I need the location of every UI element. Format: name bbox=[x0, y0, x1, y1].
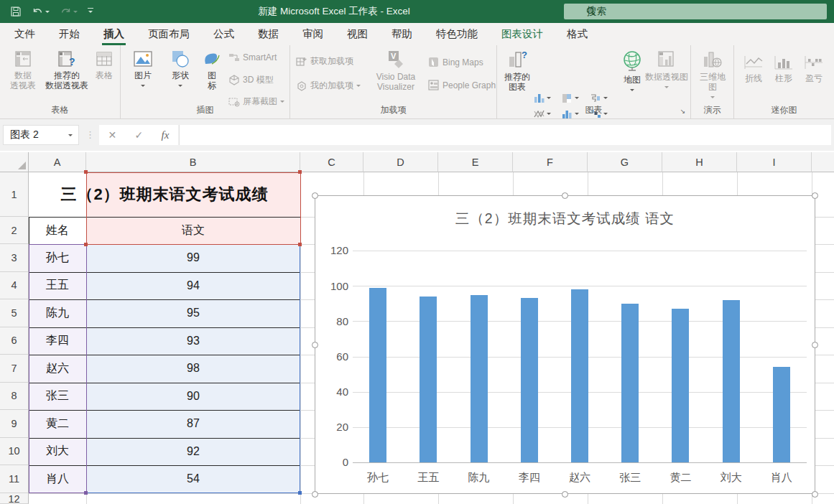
column-header[interactable]: A bbox=[29, 152, 86, 172]
row-header[interactable]: 1 bbox=[0, 172, 29, 217]
row-header[interactable]: 12 bbox=[0, 493, 29, 504]
insert-function-icon[interactable]: fx bbox=[162, 129, 170, 141]
cell-score[interactable]: 95 bbox=[86, 299, 300, 327]
funnel-chart-button[interactable] bbox=[590, 93, 618, 103]
maps-dropdown-icon[interactable] bbox=[630, 89, 634, 93]
undo-button[interactable] bbox=[32, 6, 50, 17]
cell-score[interactable]: 92 bbox=[86, 438, 300, 466]
row-header[interactable]: 4 bbox=[0, 272, 29, 300]
cell-score[interactable]: 98 bbox=[86, 355, 300, 383]
shapes-dropdown-icon[interactable] bbox=[178, 85, 182, 89]
categories-range-handle[interactable] bbox=[84, 491, 88, 495]
tab-special-features[interactable]: 特色功能 bbox=[427, 23, 486, 45]
column-header[interactable]: E bbox=[438, 152, 513, 172]
icons-button[interactable]: 图 标 bbox=[201, 50, 223, 90]
chart-resize-handle[interactable] bbox=[812, 491, 818, 498]
cell-score[interactable]: 90 bbox=[86, 383, 300, 411]
save-icon[interactable] bbox=[10, 6, 22, 17]
cell-score[interactable]: 93 bbox=[86, 327, 300, 355]
column-header[interactable]: F bbox=[513, 152, 588, 172]
tab-help[interactable]: 帮助 bbox=[383, 23, 421, 45]
chart-resize-handle[interactable] bbox=[312, 342, 318, 348]
chart-resize-handle[interactable] bbox=[312, 491, 318, 498]
chart-title[interactable]: 三（2）班期末语文考试成绩 语文 bbox=[315, 209, 815, 228]
cell-A2-name-header[interactable]: 姓名 bbox=[29, 217, 86, 244]
tab-chart-design[interactable]: 图表设计 bbox=[493, 23, 552, 45]
column-header[interactable]: H bbox=[662, 152, 737, 172]
column-chart-button[interactable] bbox=[533, 93, 561, 103]
row-header[interactable]: 6 bbox=[0, 327, 29, 355]
chart-resize-handle[interactable] bbox=[312, 192, 318, 199]
recommended-pivot-button[interactable]: ? 推荐的 数据透视表 bbox=[43, 50, 91, 90]
row-header[interactable]: 10 bbox=[0, 438, 29, 466]
column-header[interactable]: I bbox=[737, 152, 812, 172]
recommended-charts-button[interactable]: ? 推荐的 图表 bbox=[501, 50, 533, 92]
row-header[interactable]: 5 bbox=[0, 299, 29, 327]
tab-data[interactable]: 数据 bbox=[249, 23, 287, 45]
shapes-button[interactable]: 形状 bbox=[165, 50, 195, 89]
cell-name[interactable]: 孙七 bbox=[29, 244, 86, 272]
bar[interactable] bbox=[723, 300, 740, 462]
cell-name[interactable]: 王五 bbox=[29, 272, 86, 300]
row-header[interactable]: 2 bbox=[0, 217, 29, 244]
cell-name[interactable]: 张三 bbox=[29, 383, 86, 411]
maps-button[interactable]: 地图 bbox=[618, 50, 647, 93]
row-header[interactable]: 8 bbox=[0, 383, 29, 411]
undo-dropdown-icon[interactable] bbox=[45, 11, 50, 15]
cell-name[interactable]: 陈九 bbox=[29, 299, 86, 327]
chart-resize-handle[interactable] bbox=[812, 342, 818, 348]
bar[interactable] bbox=[521, 298, 538, 462]
row-header[interactable]: 7 bbox=[0, 355, 29, 383]
cell-score[interactable]: 54 bbox=[86, 465, 300, 493]
tab-insert[interactable]: 插入 bbox=[95, 23, 133, 45]
cell-score[interactable]: 94 bbox=[86, 272, 300, 300]
bar[interactable] bbox=[621, 304, 639, 462]
chart-resize-handle[interactable] bbox=[562, 192, 568, 199]
cell-name[interactable]: 李四 bbox=[29, 327, 86, 355]
hierarchy-chart-button[interactable] bbox=[561, 93, 589, 103]
select-all-corner[interactable] bbox=[0, 152, 29, 172]
tab-file[interactable]: 文件 bbox=[6, 23, 44, 45]
bar[interactable] bbox=[571, 289, 588, 462]
cell-name[interactable]: 刘大 bbox=[29, 438, 86, 466]
bar[interactable] bbox=[420, 297, 437, 462]
picture-button[interactable]: 图片 bbox=[128, 50, 158, 89]
cell-score[interactable]: 99 bbox=[86, 244, 300, 272]
tab-page-layout[interactable]: 页面布局 bbox=[139, 23, 198, 45]
bar[interactable] bbox=[369, 288, 386, 462]
bar[interactable] bbox=[471, 295, 488, 463]
formula-input[interactable] bbox=[179, 125, 831, 145]
cell-score[interactable]: 87 bbox=[86, 410, 300, 438]
cell-A1-title[interactable]: 三（2）班期末语文考试成绩 bbox=[29, 172, 300, 217]
table-row: 李四 93 bbox=[29, 327, 300, 355]
y-axis-tick: 100 bbox=[320, 269, 348, 304]
name-box-dropdown-icon[interactable] bbox=[68, 134, 73, 139]
column-header[interactable]: C bbox=[300, 152, 363, 172]
tab-home[interactable]: 开始 bbox=[50, 23, 88, 45]
column-header[interactable]: D bbox=[363, 152, 438, 172]
bar[interactable] bbox=[672, 309, 689, 462]
row-header[interactable]: 9 bbox=[0, 410, 29, 438]
picture-dropdown-icon[interactable] bbox=[141, 85, 145, 89]
search-box[interactable]: 搜索 bbox=[564, 4, 827, 19]
name-box[interactable]: 图表 2 bbox=[3, 125, 79, 145]
cell-name[interactable]: 黄二 bbox=[29, 410, 86, 438]
column-header[interactable]: B bbox=[86, 152, 300, 172]
row-header[interactable]: 3 bbox=[0, 244, 29, 272]
tab-format[interactable]: 格式 bbox=[558, 23, 596, 45]
customize-toolbar-icon[interactable] bbox=[88, 8, 93, 16]
dialog-launcher-icon[interactable]: ↘ bbox=[678, 107, 687, 116]
tab-view[interactable]: 视图 bbox=[338, 23, 376, 45]
cell-name[interactable]: 赵六 bbox=[29, 355, 86, 383]
values-range-handle[interactable] bbox=[298, 491, 302, 495]
cell-B2-score-header[interactable]: 语文 bbox=[86, 217, 300, 244]
tab-review[interactable]: 审阅 bbox=[294, 23, 332, 45]
tab-formulas[interactable]: 公式 bbox=[205, 23, 243, 45]
bar[interactable] bbox=[773, 367, 790, 462]
row-header[interactable]: 11 bbox=[0, 465, 29, 493]
column-header[interactable]: G bbox=[588, 152, 662, 172]
chart-resize-handle[interactable] bbox=[562, 491, 568, 498]
chart-object[interactable]: 三（2）班期末语文考试成绩 语文 120100806040200 孙七王五陈九李… bbox=[315, 195, 815, 494]
cell-name[interactable]: 肖八 bbox=[29, 465, 86, 493]
chart-resize-handle[interactable] bbox=[812, 192, 818, 199]
